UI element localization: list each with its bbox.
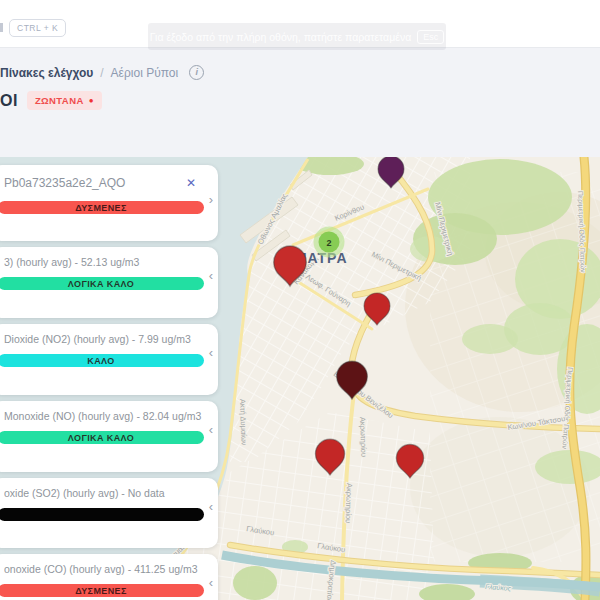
search-shortcut-chip: CTRL + K	[9, 19, 66, 37]
status-bar: ΛΟΓΙΚΑ ΚΑΛΟ	[0, 431, 204, 444]
measurement-label: 3) (hourly avg) - 52.13 ug/m3	[4, 256, 206, 268]
measurement-card: oxide (SO2) (hourly avg) - No data ‹	[0, 478, 218, 548]
chevron-left-icon[interactable]: ‹	[209, 500, 213, 513]
status-bar: ΔΥΣΜΕΝΕΣ	[0, 201, 204, 214]
measurement-card: onoxide (CO) (hourly avg) - 411.25 ug/m3…	[0, 554, 218, 600]
measurement-label: oxide (SO2) (hourly avg) - No data	[4, 487, 206, 499]
info-icon[interactable]: i	[189, 65, 204, 80]
chevron-left-icon[interactable]: ‹	[209, 269, 213, 282]
chevron-left-icon[interactable]: ‹	[209, 576, 213, 589]
street-label: Ακρωτηρίου	[344, 483, 354, 523]
esc-key-icon: Esc	[417, 30, 444, 44]
station-id: Pb0a73235a2e2_AQO	[4, 174, 125, 190]
breadcrumb-separator: /	[100, 66, 103, 80]
live-dot-icon: ●	[89, 97, 94, 105]
measurement-label: Monoxide (NO) (hourly avg) - 82.04 ug/m3	[4, 410, 206, 422]
search-icon[interactable]	[0, 23, 3, 32]
fullscreen-toast-text: Για έξοδο από την πλήρη οθόνη, πατήστε π…	[150, 31, 411, 43]
status-bar: ΚΑΛΟ	[0, 354, 204, 367]
measurement-card: Monoxide (NO) (hourly avg) - 82.04 ug/m3…	[0, 401, 218, 472]
station-title-card: Pb0a73235a2e2_AQO ✕ ΔΥΣΜΕΝΕΣ ›	[0, 165, 218, 241]
measurement-label: Dioxide (NO2) (hourly avg) - 7.99 ug/m3	[4, 333, 206, 345]
page-header-band: Πίνακες ελέγχου / Αέριοι Ρύποι i ΟΙ ΖΩΝΤ…	[0, 47, 600, 157]
cluster-count: 2	[326, 238, 331, 248]
live-badge-label: ΖΩΝΤΑΝΑ	[35, 95, 84, 106]
chevron-left-icon[interactable]: ‹	[209, 423, 213, 436]
measurement-label: onoxide (CO) (hourly avg) - 411.25 ug/m3	[4, 563, 206, 575]
fullscreen-toast: Για έξοδο από την πλήρη οθόνη, πατήστε π…	[148, 23, 446, 50]
station-popup-panel: Pb0a73235a2e2_AQO ✕ ΔΥΣΜΕΝΕΣ › 3) (hourl…	[0, 165, 218, 600]
breadcrumb-section[interactable]: Πίνακες ελέγχου	[0, 66, 93, 80]
chevron-right-icon[interactable]: ›	[209, 193, 213, 206]
chevron-left-icon[interactable]: ‹	[209, 346, 213, 359]
measurement-card: 3) (hourly avg) - 52.13 ug/m3 ΛΟΓΙΚΑ ΚΑΛ…	[0, 247, 218, 318]
street-label: Ακτή Δυμαίων	[238, 399, 249, 446]
breadcrumb-page[interactable]: Αέριοι Ρύποι	[111, 66, 179, 80]
street-label: Ακρωτηρίου	[358, 417, 368, 457]
marker-cluster[interactable]: 2	[314, 227, 345, 258]
measurement-card: Dioxide (NO2) (hourly avg) - 7.99 ug/m3 …	[0, 324, 218, 395]
status-bar: ΔΥΣΜΕΝΕΣ	[0, 584, 204, 597]
breadcrumb: Πίνακες ελέγχου / Αέριοι Ρύποι i	[0, 65, 204, 80]
page-title: ΟΙ	[0, 92, 18, 110]
status-bar: ΛΟΓΙΚΑ ΚΑΛΟ	[0, 277, 204, 290]
live-badge: ΖΩΝΤΑΝΑ ●	[27, 91, 102, 110]
close-icon[interactable]: ✕	[182, 174, 200, 192]
status-bar	[0, 508, 204, 521]
